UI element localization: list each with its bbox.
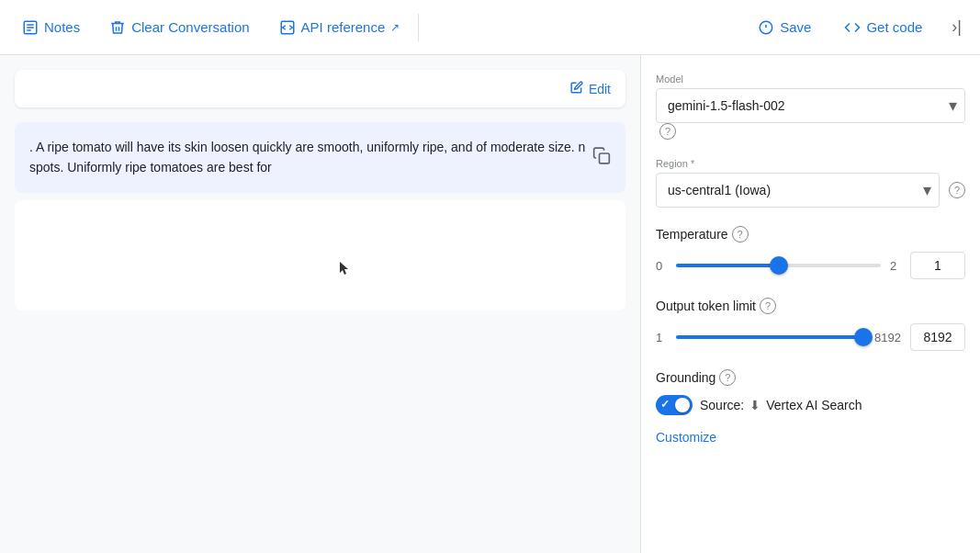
- token-fill: [676, 335, 863, 339]
- api-reference-button[interactable]: API reference ↗: [265, 12, 415, 43]
- save-button[interactable]: Save: [743, 12, 826, 43]
- grounding-source-name: Vertex AI Search: [766, 398, 862, 412]
- edit-button[interactable]: Edit: [570, 81, 611, 96]
- model-help-icon[interactable]: ?: [659, 123, 676, 140]
- token-slider-row: 1 8192: [656, 323, 965, 351]
- grounding-label: Grounding ?: [656, 369, 965, 386]
- toolbar-right-actions: Save Get code ›|: [743, 10, 973, 44]
- grounding-source-label: Source:: [700, 398, 744, 412]
- temperature-input[interactable]: [910, 252, 965, 279]
- temp-max-label: 2: [890, 259, 901, 273]
- collapse-panel-button[interactable]: ›|: [941, 10, 973, 44]
- code-icon: [844, 19, 861, 36]
- temperature-help-icon[interactable]: ?: [732, 226, 749, 243]
- external-link-icon: ↗: [390, 21, 400, 34]
- notes-icon: [22, 19, 39, 36]
- copy-button[interactable]: [589, 143, 614, 172]
- token-track: [676, 335, 865, 339]
- clear-icon: [109, 19, 126, 36]
- notes-label: Notes: [44, 19, 80, 35]
- token-help-icon[interactable]: ?: [760, 298, 776, 314]
- notes-button[interactable]: Notes: [7, 12, 95, 43]
- token-min-label: 1: [656, 331, 667, 344]
- collapse-icon: ›|: [952, 17, 962, 37]
- region-label: Region: [656, 158, 965, 169]
- region-select[interactable]: us-central1 (Iowa): [657, 174, 939, 207]
- copy-icon: [592, 154, 611, 168]
- left-panel: Edit . A ripe tomato will have its skin …: [0, 55, 640, 553]
- response-card: . A ripe tomato will have its skin loose…: [15, 122, 625, 193]
- temperature-field-group: Temperature ? 0 2: [656, 226, 965, 279]
- model-select-wrapper: gemini-1.5-flash-002 ▾: [656, 88, 965, 123]
- temp-min-label: 0: [656, 259, 667, 273]
- temperature-slider-row: 0 2: [656, 252, 965, 279]
- temperature-track: [676, 264, 881, 267]
- model-select[interactable]: gemini-1.5-flash-002: [657, 89, 964, 122]
- grounding-row: ✓ Source: ⬇ Vertex AI Search: [656, 395, 965, 415]
- grounding-field-group: Grounding ? ✓ Source: ⬇ Vertex AI Search: [656, 369, 965, 452]
- clear-label: Clear Conversation: [131, 19, 249, 35]
- region-field-group: Region us-central1 (Iowa) ▾ ?: [656, 158, 965, 208]
- customize-label: Customize: [656, 430, 716, 445]
- clear-conversation-button[interactable]: Clear Conversation: [95, 12, 264, 43]
- token-limit-field-group: Output token limit ? 1 8192: [656, 298, 965, 351]
- token-max-label: 8192: [874, 331, 901, 344]
- region-select-wrapper: us-central1 (Iowa) ▾: [656, 173, 940, 208]
- token-thumb[interactable]: [854, 328, 873, 346]
- api-icon: [279, 19, 296, 36]
- api-label: API reference: [301, 19, 386, 35]
- get-code-button[interactable]: Get code: [829, 12, 937, 43]
- grounding-source-icon: ⬇: [749, 398, 760, 412]
- empty-input-card: [15, 200, 625, 310]
- model-label: Model: [656, 73, 965, 85]
- save-label: Save: [780, 19, 811, 35]
- grounding-help-icon[interactable]: ?: [719, 369, 736, 386]
- model-field-group: Model gemini-1.5-flash-002 ▾ ?: [656, 73, 965, 140]
- temperature-label: Temperature ?: [656, 226, 965, 243]
- edit-icon: [570, 81, 583, 96]
- toggle-thumb: [675, 398, 690, 412]
- region-help-icon[interactable]: ?: [949, 182, 965, 198]
- edit-card: Edit: [15, 70, 625, 107]
- customize-button[interactable]: Customize: [656, 423, 716, 452]
- get-code-label: Get code: [866, 19, 922, 35]
- toolbar: Notes Clear Conversation API reference ↗: [0, 0, 980, 55]
- grounding-toggle[interactable]: ✓: [656, 395, 693, 415]
- toggle-check-icon: ✓: [660, 398, 670, 411]
- toolbar-divider: [418, 14, 419, 41]
- temperature-thumb[interactable]: [770, 256, 788, 275]
- token-slider-container[interactable]: [676, 328, 865, 346]
- grounding-source: Source: ⬇ Vertex AI Search: [700, 398, 862, 412]
- toggle-track: ✓: [656, 395, 693, 415]
- svg-rect-6: [600, 153, 610, 164]
- response-text: . A ripe tomato will have its skin loose…: [29, 140, 585, 175]
- save-icon: [758, 19, 774, 36]
- temperature-slider-container[interactable]: [676, 256, 881, 275]
- temperature-fill: [676, 264, 779, 267]
- main-layout: Edit . A ripe tomato will have its skin …: [0, 55, 980, 553]
- token-limit-label: Output token limit ?: [656, 298, 965, 314]
- right-panel: Model gemini-1.5-flash-002 ▾ ? Region us…: [640, 55, 980, 553]
- edit-label: Edit: [589, 82, 611, 96]
- token-input[interactable]: [910, 323, 965, 351]
